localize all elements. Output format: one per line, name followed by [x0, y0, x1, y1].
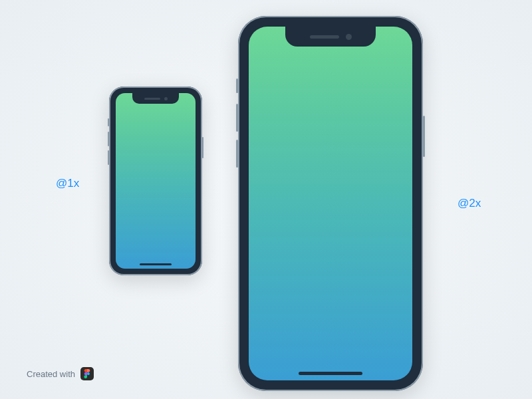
speaker-icon: [310, 35, 339, 39]
credit-line: Created with: [27, 367, 94, 380]
credit-text: Created with: [27, 369, 75, 379]
phone-frame: [238, 16, 423, 391]
phone-mockup-1x: [109, 86, 202, 275]
power-button-icon: [423, 116, 425, 157]
phone-body: [239, 17, 422, 390]
phone-screen: [249, 27, 412, 380]
home-indicator-icon: [299, 372, 362, 375]
notch-icon: [132, 93, 179, 104]
svg-point-0: [87, 372, 90, 375]
scale-label-1x: @1x: [56, 177, 79, 190]
power-button-icon: [202, 137, 203, 158]
scale-label-2x: @2x: [458, 197, 481, 210]
phone-screen: [116, 93, 196, 269]
speaker-icon: [144, 98, 160, 100]
camera-icon: [164, 97, 168, 100]
phone-frame: [109, 86, 202, 275]
phone-mockup-2x: [238, 16, 423, 391]
phone-body: [110, 88, 201, 274]
figma-icon: [80, 367, 94, 380]
camera-icon: [346, 34, 352, 40]
notch-icon: [285, 27, 376, 47]
home-indicator-icon: [140, 263, 172, 265]
